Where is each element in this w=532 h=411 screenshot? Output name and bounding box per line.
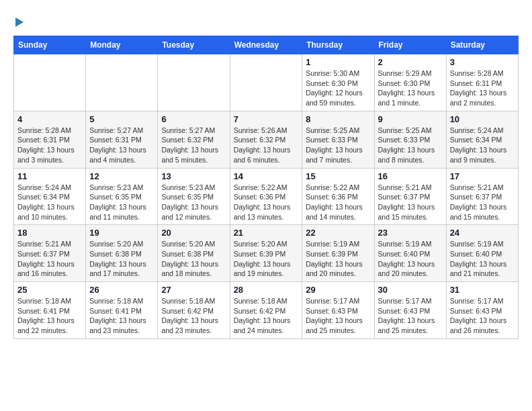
day-number: 25 — [17, 285, 82, 295]
week-row-2: 4Sunrise: 5:28 AMSunset: 6:31 PMDaylight… — [14, 111, 519, 168]
day-number: 31 — [450, 285, 515, 295]
calendar-cell-w1-d3 — [158, 54, 230, 111]
day-info: Sunrise: 5:26 AMSunset: 6:32 PMDaylight:… — [234, 126, 299, 165]
day-number: 23 — [378, 228, 443, 238]
day-info: Sunrise: 5:23 AMSunset: 6:35 PMDaylight:… — [161, 183, 226, 222]
calendar-cell-w3-d1: 11Sunrise: 5:24 AMSunset: 6:34 PMDayligh… — [14, 168, 86, 225]
day-info: Sunrise: 5:20 AMSunset: 6:39 PMDaylight:… — [234, 239, 299, 279]
calendar-cell-w4-d3: 20Sunrise: 5:20 AMSunset: 6:38 PMDayligh… — [158, 225, 230, 282]
day-number: 7 — [234, 114, 299, 124]
day-number: 9 — [378, 114, 443, 124]
calendar-cell-w5-d5: 29Sunrise: 5:17 AMSunset: 6:43 PMDayligh… — [302, 282, 374, 339]
day-info: Sunrise: 5:21 AMSunset: 6:37 PMDaylight:… — [378, 183, 443, 222]
calendar-cell-w3-d3: 13Sunrise: 5:23 AMSunset: 6:35 PMDayligh… — [158, 168, 230, 225]
day-number: 8 — [306, 114, 370, 124]
calendar-cell-w2-d5: 8Sunrise: 5:25 AMSunset: 6:33 PMDaylight… — [302, 111, 374, 168]
week-row-4: 18Sunrise: 5:21 AMSunset: 6:37 PMDayligh… — [14, 225, 519, 282]
calendar-cell-w2-d1: 4Sunrise: 5:28 AMSunset: 6:31 PMDaylight… — [14, 111, 86, 168]
day-info: Sunrise: 5:30 AMSunset: 6:30 PMDaylight:… — [306, 68, 370, 108]
calendar-cell-w1-d1 — [14, 54, 86, 111]
calendar-cell-w2-d2: 5Sunrise: 5:27 AMSunset: 6:31 PMDaylight… — [86, 111, 158, 168]
day-number: 4 — [17, 114, 82, 124]
day-info: Sunrise: 5:24 AMSunset: 6:34 PMDaylight:… — [17, 183, 82, 222]
calendar-cell-w1-d2 — [86, 54, 158, 111]
day-number: 27 — [161, 285, 226, 295]
day-number: 3 — [450, 57, 515, 67]
calendar-cell-w3-d5: 15Sunrise: 5:22 AMSunset: 6:36 PMDayligh… — [302, 168, 374, 225]
day-info: Sunrise: 5:24 AMSunset: 6:34 PMDaylight:… — [450, 126, 515, 165]
day-info: Sunrise: 5:18 AMSunset: 6:42 PMDaylight:… — [161, 296, 226, 336]
calendar-cell-w2-d3: 6Sunrise: 5:27 AMSunset: 6:32 PMDaylight… — [158, 111, 230, 168]
calendar-cell-w4-d2: 19Sunrise: 5:20 AMSunset: 6:38 PMDayligh… — [86, 225, 158, 282]
day-number: 17 — [450, 171, 515, 181]
day-info: Sunrise: 5:17 AMSunset: 6:43 PMDaylight:… — [378, 296, 443, 336]
calendar-cell-w1-d7: 3Sunrise: 5:28 AMSunset: 6:31 PMDaylight… — [446, 54, 518, 111]
calendar-cell-w3-d2: 12Sunrise: 5:23 AMSunset: 6:35 PMDayligh… — [86, 168, 158, 225]
calendar-cell-w4-d1: 18Sunrise: 5:21 AMSunset: 6:37 PMDayligh… — [14, 225, 86, 282]
calendar-cell-w4-d7: 24Sunrise: 5:19 AMSunset: 6:40 PMDayligh… — [446, 225, 518, 282]
header-sunday: Sunday — [14, 36, 86, 54]
week-row-5: 25Sunrise: 5:18 AMSunset: 6:41 PMDayligh… — [14, 282, 519, 339]
week-row-3: 11Sunrise: 5:24 AMSunset: 6:34 PMDayligh… — [14, 168, 519, 225]
calendar-cell-w4-d6: 23Sunrise: 5:19 AMSunset: 6:40 PMDayligh… — [374, 225, 446, 282]
calendar-header-row: SundayMondayTuesdayWednesdayThursdayFrid… — [14, 36, 519, 54]
day-number: 21 — [234, 228, 299, 238]
day-info: Sunrise: 5:17 AMSunset: 6:43 PMDaylight:… — [450, 296, 515, 336]
calendar-cell-w5-d7: 31Sunrise: 5:17 AMSunset: 6:43 PMDayligh… — [446, 282, 518, 339]
logo-arrow-icon — [15, 17, 24, 27]
calendar-cell-w5-d3: 27Sunrise: 5:18 AMSunset: 6:42 PMDayligh… — [158, 282, 230, 339]
day-number: 24 — [450, 228, 515, 238]
calendar-cell-w3-d4: 14Sunrise: 5:22 AMSunset: 6:36 PMDayligh… — [230, 168, 302, 225]
day-number: 30 — [378, 285, 443, 295]
logo — [13, 13, 24, 29]
day-info: Sunrise: 5:25 AMSunset: 6:33 PMDaylight:… — [378, 126, 443, 165]
calendar-cell-w1-d4 — [230, 54, 302, 111]
day-info: Sunrise: 5:19 AMSunset: 6:39 PMDaylight:… — [306, 239, 370, 279]
day-number: 19 — [89, 228, 154, 238]
day-number: 29 — [306, 285, 370, 295]
calendar-cell-w5-d4: 28Sunrise: 5:18 AMSunset: 6:42 PMDayligh… — [230, 282, 302, 339]
calendar-cell-w2-d4: 7Sunrise: 5:26 AMSunset: 6:32 PMDaylight… — [230, 111, 302, 168]
day-info: Sunrise: 5:17 AMSunset: 6:43 PMDaylight:… — [306, 296, 370, 336]
day-number: 6 — [161, 114, 226, 124]
calendar-cell-w2-d6: 9Sunrise: 5:25 AMSunset: 6:33 PMDaylight… — [374, 111, 446, 168]
day-number: 18 — [17, 228, 82, 238]
day-number: 10 — [450, 114, 515, 124]
day-info: Sunrise: 5:19 AMSunset: 6:40 PMDaylight:… — [378, 239, 443, 279]
calendar-cell-w5-d1: 25Sunrise: 5:18 AMSunset: 6:41 PMDayligh… — [14, 282, 86, 339]
day-number: 11 — [17, 171, 82, 181]
day-info: Sunrise: 5:28 AMSunset: 6:31 PMDaylight:… — [17, 126, 82, 165]
day-info: Sunrise: 5:18 AMSunset: 6:41 PMDaylight:… — [89, 296, 154, 336]
calendar-cell-w3-d6: 16Sunrise: 5:21 AMSunset: 6:37 PMDayligh… — [374, 168, 446, 225]
header-friday: Friday — [374, 36, 446, 54]
day-info: Sunrise: 5:22 AMSunset: 6:36 PMDaylight:… — [306, 183, 370, 222]
day-number: 28 — [234, 285, 299, 295]
day-number: 14 — [234, 171, 299, 181]
day-info: Sunrise: 5:27 AMSunset: 6:31 PMDaylight:… — [89, 126, 154, 165]
day-info: Sunrise: 5:19 AMSunset: 6:40 PMDaylight:… — [450, 239, 515, 279]
header-tuesday: Tuesday — [158, 36, 230, 54]
day-info: Sunrise: 5:18 AMSunset: 6:41 PMDaylight:… — [17, 296, 82, 336]
day-number: 1 — [306, 57, 370, 67]
calendar-cell-w4-d4: 21Sunrise: 5:20 AMSunset: 6:39 PMDayligh… — [230, 225, 302, 282]
header-thursday: Thursday — [302, 36, 374, 54]
header-wednesday: Wednesday — [230, 36, 302, 54]
day-info: Sunrise: 5:20 AMSunset: 6:38 PMDaylight:… — [161, 239, 226, 279]
day-number: 2 — [378, 57, 443, 67]
day-number: 13 — [161, 171, 226, 181]
calendar-cell-w5-d6: 30Sunrise: 5:17 AMSunset: 6:43 PMDayligh… — [374, 282, 446, 339]
calendar-cell-w2-d7: 10Sunrise: 5:24 AMSunset: 6:34 PMDayligh… — [446, 111, 518, 168]
calendar-cell-w1-d6: 2Sunrise: 5:29 AMSunset: 6:30 PMDaylight… — [374, 54, 446, 111]
header-saturday: Saturday — [446, 36, 518, 54]
day-info: Sunrise: 5:20 AMSunset: 6:38 PMDaylight:… — [89, 239, 154, 279]
day-info: Sunrise: 5:28 AMSunset: 6:31 PMDaylight:… — [450, 68, 515, 108]
day-number: 22 — [306, 228, 370, 238]
day-info: Sunrise: 5:23 AMSunset: 6:35 PMDaylight:… — [89, 183, 154, 222]
day-number: 15 — [306, 171, 370, 181]
day-number: 12 — [89, 171, 154, 181]
day-info: Sunrise: 5:21 AMSunset: 6:37 PMDaylight:… — [17, 239, 82, 279]
day-number: 26 — [89, 285, 154, 295]
day-number: 20 — [161, 228, 226, 238]
calendar-cell-w3-d7: 17Sunrise: 5:21 AMSunset: 6:37 PMDayligh… — [446, 168, 518, 225]
day-info: Sunrise: 5:18 AMSunset: 6:42 PMDaylight:… — [234, 296, 299, 336]
